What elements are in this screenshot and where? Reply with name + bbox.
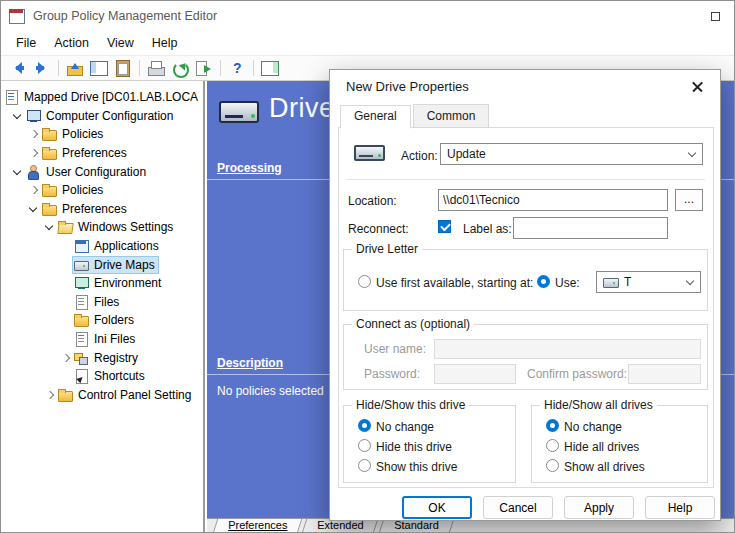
chevron-right-icon[interactable] — [27, 127, 41, 141]
tree-item-environment[interactable]: Environment — [1, 274, 203, 293]
menu-file[interactable]: File — [7, 33, 45, 53]
environment-icon — [74, 276, 89, 290]
this-no-change-radio[interactable] — [358, 419, 371, 432]
export-list-icon[interactable] — [193, 58, 215, 78]
chevron-down-icon[interactable] — [11, 109, 25, 123]
back-icon[interactable] — [7, 58, 29, 78]
tree-item-control-panel-settings[interactable]: Control Panel Setting — [1, 386, 203, 405]
tab-extended[interactable]: Extended — [302, 519, 379, 533]
ok-button[interactable]: OK — [402, 496, 472, 519]
tab-general[interactable]: General — [340, 105, 411, 129]
chevron-right-icon[interactable] — [27, 146, 41, 160]
chevron-down-icon[interactable] — [43, 220, 57, 234]
ini-files-icon — [74, 332, 89, 346]
label-as-input[interactable] — [513, 217, 668, 239]
close-icon[interactable] — [682, 76, 712, 98]
paste-icon[interactable] — [112, 58, 134, 78]
action-pane-icon[interactable] — [259, 58, 281, 78]
chevron-down-icon[interactable] — [11, 165, 25, 179]
user-name-label: User name: — [364, 342, 426, 356]
help-button[interactable]: Help — [645, 496, 715, 519]
tree-item-label: Policies — [61, 183, 103, 197]
password-label: Password: — [364, 367, 420, 381]
show-console-tree-icon[interactable] — [88, 58, 110, 78]
tree-item-folders[interactable]: Folders — [1, 311, 203, 330]
browse-button[interactable]: ... — [675, 189, 703, 211]
forward-icon[interactable] — [31, 58, 53, 78]
confirm-password-label: Confirm password: — [527, 367, 627, 381]
help-icon[interactable] — [226, 58, 248, 78]
toolbar-separator — [58, 60, 59, 76]
up-level-icon[interactable] — [64, 58, 86, 78]
hide-show-this-drive-group: Hide/Show this drive No change Hide this… — [343, 405, 516, 483]
chevron-down-icon — [688, 150, 696, 158]
show-this-drive-label: Show this drive — [376, 460, 457, 474]
chevron-right-icon[interactable] — [59, 351, 73, 365]
tab-common[interactable]: Common — [413, 104, 490, 128]
user-name-input — [434, 339, 701, 359]
tree-item-files[interactable]: Files — [1, 293, 203, 312]
window-title: Group Policy Management Editor — [33, 9, 217, 23]
reconnect-checkbox[interactable] — [438, 220, 451, 233]
gpo-icon — [4, 90, 19, 104]
tree-item-preferences[interactable]: Preferences — [1, 200, 203, 219]
show-all-drives-label: Show all drives — [564, 460, 645, 474]
use-radio[interactable] — [537, 275, 550, 288]
maximize-icon — [711, 12, 720, 21]
connect-as-group-label: Connect as (optional) — [352, 317, 474, 331]
folder-icon — [58, 388, 73, 402]
description-link[interactable]: Description — [217, 356, 283, 370]
tree-item-root[interactable]: Mapped Drive [DC01.LAB.LOCA — [1, 88, 203, 107]
tree-item-label: Files — [93, 295, 119, 309]
tree-item-policies[interactable]: Policies — [1, 181, 203, 200]
maximize-button[interactable] — [700, 1, 730, 31]
chevron-down-icon[interactable] — [27, 202, 41, 216]
tree-item-applications[interactable]: Applications — [1, 237, 203, 256]
processing-link[interactable]: Processing — [217, 161, 282, 175]
label-as-label: Label as: — [463, 222, 512, 236]
action-select[interactable]: Update — [440, 143, 703, 165]
cancel-button[interactable]: Cancel — [483, 496, 553, 519]
show-all-drives-radio[interactable] — [546, 459, 559, 472]
all-no-change-radio[interactable] — [546, 419, 559, 432]
title-bar: Group Policy Management Editor — [1, 1, 734, 31]
tree-item-computer-configuration[interactable]: Computer Configuration — [1, 107, 203, 126]
hide-all-drives-radio[interactable] — [546, 439, 559, 452]
apply-button[interactable]: Apply — [564, 496, 634, 519]
drive-letter-group-label: Drive Letter — [352, 242, 422, 256]
hide-all-drives-label: Hide all drives — [564, 440, 639, 454]
menu-action[interactable]: Action — [45, 33, 98, 53]
reconnect-label: Reconnect: — [348, 222, 409, 236]
drive-icon — [74, 258, 89, 272]
expander-placeholder — [59, 258, 73, 272]
tab-standard[interactable]: Standard — [379, 519, 454, 533]
hide-this-drive-radio[interactable] — [358, 439, 371, 452]
tree-item-label: User Configuration — [45, 165, 146, 179]
chevron-right-icon[interactable] — [27, 183, 41, 197]
tree-item-user-configuration[interactable]: User Configuration — [1, 162, 203, 181]
tree-item-preferences[interactable]: Preferences — [1, 144, 203, 163]
drive-letter-select[interactable]: T — [596, 271, 701, 293]
chevron-right-icon[interactable] — [43, 388, 57, 402]
hide-show-this-drive-group-label: Hide/Show this drive — [352, 398, 469, 412]
tree-item-shortcuts[interactable]: Shortcuts — [1, 367, 203, 386]
tab-preferences[interactable]: Preferences — [213, 519, 303, 533]
tree-item-label: Drive Maps — [93, 258, 155, 272]
refresh-icon[interactable] — [169, 58, 191, 78]
print-icon[interactable] — [145, 58, 167, 78]
tree-item-ini-files[interactable]: Ini Files — [1, 330, 203, 349]
tree-item-registry[interactable]: Registry — [1, 348, 203, 367]
expander-placeholder — [59, 239, 73, 253]
location-input[interactable] — [438, 189, 668, 211]
menu-view[interactable]: View — [98, 33, 143, 53]
show-this-drive-radio[interactable] — [358, 459, 371, 472]
tree-item-policies[interactable]: Policies — [1, 125, 203, 144]
toolbar-separator — [139, 60, 140, 76]
tree-item-drive-maps[interactable]: Drive Maps — [1, 255, 203, 274]
use-first-available-label: Use first available, starting at: — [376, 276, 533, 290]
tree-item-label: Windows Settings — [77, 220, 173, 234]
tree-item-windows-settings[interactable]: Windows Settings — [1, 218, 203, 237]
tree-item-label: Environment — [93, 276, 161, 290]
use-first-available-radio[interactable] — [358, 275, 371, 288]
menu-help[interactable]: Help — [143, 33, 187, 53]
